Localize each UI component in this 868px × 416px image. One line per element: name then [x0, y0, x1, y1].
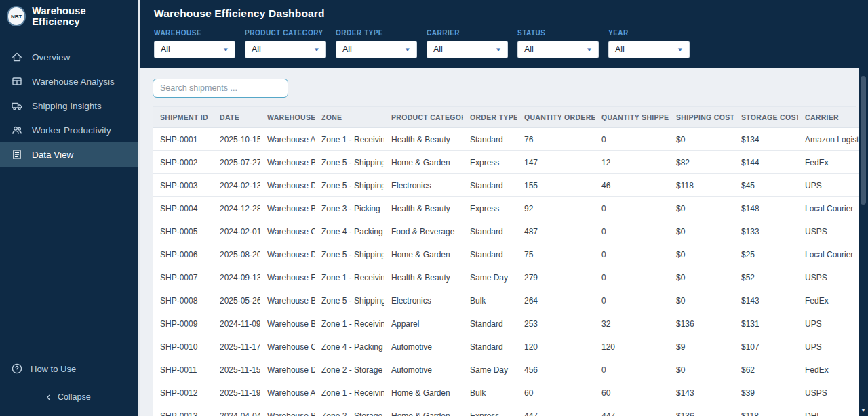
- table-cell: $133: [734, 220, 798, 243]
- truck-icon: [11, 100, 23, 112]
- table-row[interactable]: SHP-00132024-04-04Warehouse BZone 2 - St…: [153, 404, 861, 416]
- table-cell: Zone 2 - Storage: [315, 404, 384, 416]
- table-cell: SHP-0013: [153, 404, 213, 416]
- table-row[interactable]: SHP-00062025-08-20Warehouse DZone 5 - Sh…: [153, 243, 861, 266]
- sidebar-footer: How to Use Collapse: [0, 356, 138, 416]
- table-cell: SHP-0010: [153, 335, 213, 358]
- filter-group-product-category: PRODUCT CATEGORYAll▼: [245, 29, 326, 58]
- table-row[interactable]: SHP-00032024-02-13Warehouse DZone 5 - Sh…: [153, 174, 861, 197]
- app-logo: NBT: [7, 6, 26, 26]
- table-row[interactable]: SHP-00092024-11-09Warehouse BZone 1 - Re…: [153, 312, 861, 335]
- table-row[interactable]: SHP-00102025-11-17Warehouse CZone 4 - Pa…: [153, 335, 861, 358]
- table-cell: Standard: [463, 335, 517, 358]
- filter-dropdown-order-type[interactable]: All▼: [336, 41, 417, 58]
- chevron-down-icon: ▼: [586, 47, 593, 53]
- table-cell: $0: [669, 128, 734, 151]
- table-cell: Warehouse E: [260, 266, 315, 289]
- table-cell: Home & Garden: [384, 151, 463, 174]
- shipments-table: SHIPMENT IDDATEWAREHOUSEZONEPRODUCT CATE…: [153, 107, 861, 416]
- filter-group-year: YEARAll▼: [608, 29, 690, 58]
- collapse-button[interactable]: Collapse: [0, 385, 138, 409]
- table-cell: 120: [517, 335, 595, 358]
- sidebar-item-worker-productivity[interactable]: Worker Productivity: [0, 118, 138, 142]
- table-cell: Zone 3 - Picking: [315, 197, 384, 220]
- table-cell: $131: [734, 312, 798, 335]
- filter-dropdown-warehouse[interactable]: All▼: [154, 41, 235, 58]
- filter-dropdown-carrier[interactable]: All▼: [427, 41, 508, 58]
- filter-label: PRODUCT CATEGORY: [245, 29, 326, 37]
- table-row[interactable]: SHP-00022025-07-27Warehouse BZone 5 - Sh…: [153, 151, 861, 174]
- table-body: SHP-00012025-10-15Warehouse AZone 1 - Re…: [153, 128, 861, 416]
- page-title: Warehouse Efficiency Dashboard: [154, 7, 854, 20]
- filter-dropdown-year[interactable]: All▼: [608, 41, 690, 58]
- table-cell: Zone 5 - Shipping: [315, 151, 384, 174]
- table-cell: Health & Beauty: [384, 128, 463, 151]
- sidebar-item-warehouse-analysis[interactable]: Warehouse Analysis: [0, 69, 138, 93]
- app-title: Warehouse Efficiency: [32, 5, 130, 27]
- column-header-quantity-shipped: QUANTITY SHIPPED: [595, 107, 669, 128]
- table-cell: USPS: [798, 381, 861, 404]
- sidebar-item-overview[interactable]: Overview: [0, 45, 138, 69]
- sidebar-item-how-to-use[interactable]: How to Use: [0, 356, 138, 381]
- table-cell: 2025-08-20: [213, 243, 260, 266]
- table-cell: 0: [595, 289, 669, 312]
- table-cell: $143: [734, 289, 798, 312]
- table-row[interactable]: SHP-00122025-11-19Warehouse AZone 1 - Re…: [153, 381, 861, 404]
- table-cell: SHP-0003: [153, 174, 213, 197]
- scrollbar-thumb[interactable]: [861, 76, 866, 205]
- chevron-down-icon: ▼: [313, 47, 320, 53]
- table-cell: Warehouse D: [260, 358, 315, 381]
- table-cell: 147: [517, 151, 595, 174]
- table-cell: $0: [669, 266, 734, 289]
- table-cell: 279: [517, 266, 595, 289]
- search-input[interactable]: [153, 79, 288, 98]
- table-row[interactable]: SHP-00072024-09-13Warehouse EZone 1 - Re…: [153, 266, 861, 289]
- table-cell: Warehouse B: [260, 197, 315, 220]
- filter-label: STATUS: [517, 29, 599, 37]
- table-cell: $0: [669, 289, 734, 312]
- table-cell: Home & Garden: [384, 381, 463, 404]
- table-row[interactable]: SHP-00052024-02-01Warehouse CZone 4 - Pa…: [153, 220, 861, 243]
- filter-dropdown-product-category[interactable]: All▼: [245, 41, 326, 58]
- page-scrollbar[interactable]: ▼: [859, 0, 868, 416]
- table-row[interactable]: SHP-00042024-12-28Warehouse BZone 3 - Pi…: [153, 197, 861, 220]
- column-header-zone: ZONE: [315, 107, 384, 128]
- scroll-down-arrow[interactable]: ▼: [859, 407, 868, 413]
- filter-group-order-type: ORDER TYPEAll▼: [336, 29, 417, 58]
- table-cell: $144: [734, 151, 798, 174]
- filter-label: ORDER TYPE: [336, 29, 417, 37]
- table-cell: Zone 4 - Packing: [315, 335, 384, 358]
- filter-label: CARRIER: [427, 29, 508, 37]
- table-cell: Standard: [463, 128, 517, 151]
- table-row[interactable]: SHP-00082025-05-26Warehouse BZone 5 - Sh…: [153, 289, 861, 312]
- column-header-carrier: CARRIER: [798, 107, 861, 128]
- table-cell: Automotive: [384, 335, 463, 358]
- table-cell: Warehouse B: [260, 312, 315, 335]
- sidebar-item-label: Shipping Insights: [32, 101, 102, 111]
- table-row[interactable]: SHP-00112025-11-15Warehouse DZone 2 - St…: [153, 358, 861, 381]
- table-cell: FedEx: [798, 289, 861, 312]
- sidebar-item-shipping-insights[interactable]: Shipping Insights: [0, 93, 138, 118]
- table-cell: Electronics: [384, 174, 463, 197]
- column-header-warehouse: WAREHOUSE: [260, 107, 315, 128]
- table-row[interactable]: SHP-00012025-10-15Warehouse AZone 1 - Re…: [153, 128, 861, 151]
- table-cell: $118: [734, 404, 798, 416]
- table-cell: Food & Beverage: [384, 220, 463, 243]
- table-cell: Home & Garden: [384, 243, 463, 266]
- table-cell: Health & Beauty: [384, 266, 463, 289]
- table-cell: 2025-10-15: [213, 128, 260, 151]
- sidebar-item-data-view[interactable]: Data View: [0, 142, 138, 167]
- table-cell: 60: [595, 381, 669, 404]
- sidebar: NBT Warehouse Efficiency OverviewWarehou…: [0, 0, 138, 416]
- table-cell: Zone 5 - Shipping: [315, 289, 384, 312]
- shipments-table-container: SHIPMENT IDDATEWAREHOUSEZONEPRODUCT CATE…: [153, 106, 856, 416]
- table-cell: Amazon Logistics: [798, 128, 861, 151]
- table-cell: 2025-11-17: [213, 335, 260, 358]
- table-cell: SHP-0008: [153, 289, 213, 312]
- column-header-shipping-cost: SHIPPING COST: [669, 107, 734, 128]
- table-cell: 2024-11-09: [213, 312, 260, 335]
- table-cell: 2025-11-15: [213, 358, 260, 381]
- filter-dropdown-status[interactable]: All▼: [517, 41, 599, 58]
- table-cell: Express: [463, 151, 517, 174]
- page-header: Warehouse Efficiency Dashboard: [140, 0, 868, 26]
